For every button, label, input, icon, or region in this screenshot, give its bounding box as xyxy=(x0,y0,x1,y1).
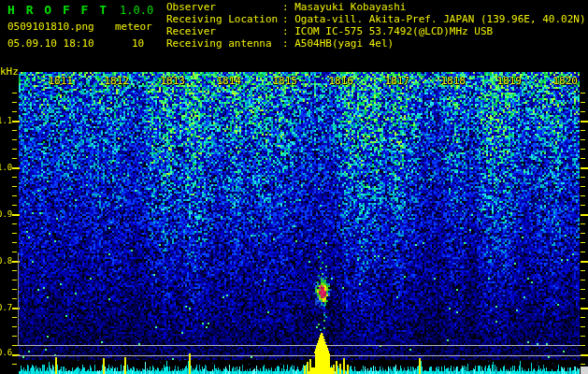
time-tick-label: 1819 xyxy=(495,75,522,87)
station-info-row: Receiving antenna: A504HB(yagi 4el) xyxy=(166,37,394,50)
observation-datetime: 05.09.10 18:10 xyxy=(7,37,94,50)
freq-tick-label: 1.0 xyxy=(0,163,12,172)
station-info-value: ICOM IC-575 53.7492(@LCD)MHz USB xyxy=(294,25,493,37)
hrofft-output: H R O F F T 1.0.0 0509101810.png meteor … xyxy=(0,0,588,374)
file-name: 0509101810.png xyxy=(7,21,94,33)
observation-mode: meteor xyxy=(115,21,152,33)
time-tick-label: 1815 xyxy=(271,75,297,87)
freq-axis-unit: kHz xyxy=(0,65,19,78)
station-info-row: Receiver: ICOM IC-575 53.7492(@LCD)MHz U… xyxy=(166,25,493,37)
freq-tick-label: 0.8 xyxy=(0,256,12,266)
freq-tick-label: 0.6 xyxy=(0,348,12,357)
time-tick-label: 1813 xyxy=(159,75,185,87)
time-tick-label: 1817 xyxy=(383,75,409,87)
station-info-row: Observer: Masayuki Kobayashi xyxy=(166,1,406,13)
freq-tick-label: 0.7 xyxy=(0,303,12,312)
separator: : xyxy=(282,13,289,25)
station-info-label: Receiving antenna xyxy=(166,37,282,50)
app-version: 1.0.0 xyxy=(120,4,153,17)
duration-minutes: 10 xyxy=(132,37,144,50)
time-tick-label: 1814 xyxy=(215,75,241,87)
station-info-row: Receiving Location: Ogata-vill. Akita-Pr… xyxy=(166,13,586,25)
freq-tick-label: 0.9 xyxy=(0,209,12,219)
time-tick-label: 1818 xyxy=(439,75,466,87)
separator: : xyxy=(282,37,289,50)
app-title: H R O F F T xyxy=(7,3,108,17)
time-tick-label: 1811 xyxy=(47,75,73,87)
station-info-label: Receiving Location xyxy=(166,13,282,25)
station-info-label: Receiver xyxy=(166,25,282,37)
station-info-label: Observer xyxy=(166,1,282,13)
freq-tick-label: 1.1 xyxy=(0,116,12,125)
separator: : xyxy=(282,1,289,13)
separator: : xyxy=(282,25,289,37)
station-info-value: Masayuki Kobayashi xyxy=(294,1,406,13)
time-tick-label: 1812 xyxy=(103,75,129,87)
time-tick-label: 1816 xyxy=(327,75,353,87)
station-info-value: Ogata-vill. Akita-Pref. JAPAN (139.96E, … xyxy=(294,13,585,25)
time-tick-label: 1820 xyxy=(552,75,578,87)
station-info-value: A504HB(yagi 4el) xyxy=(294,37,394,50)
spectrogram-canvas xyxy=(0,0,588,374)
